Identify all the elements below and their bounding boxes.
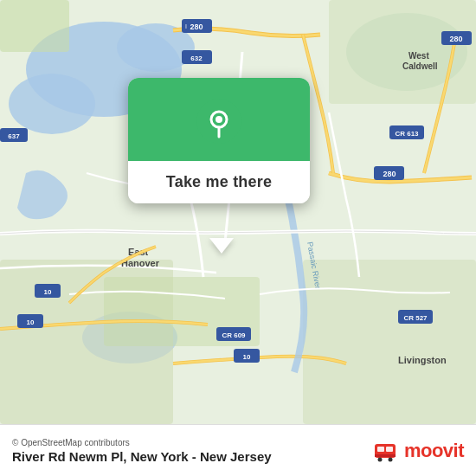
popup-card-bottom[interactable]: Take me there bbox=[128, 161, 310, 203]
map-container: 280 I 280 10 10 10 637 632 CR 613 bbox=[0, 0, 476, 424]
bottom-bar: © OpenStreetMap contributors River Rd Ne… bbox=[0, 424, 476, 476]
svg-rect-44 bbox=[377, 447, 384, 452]
map-svg: 280 I 280 10 10 10 637 632 CR 613 bbox=[0, 0, 476, 424]
svg-point-46 bbox=[377, 457, 382, 461]
moovit-logo: moovit bbox=[371, 437, 464, 465]
svg-rect-9 bbox=[303, 260, 476, 424]
location-name: River Rd Newm Pl, New York - New Jersey bbox=[12, 449, 272, 464]
svg-text:10: 10 bbox=[44, 288, 52, 296]
popup-tail bbox=[209, 238, 234, 254]
svg-text:280: 280 bbox=[190, 23, 203, 31]
svg-text:West: West bbox=[408, 51, 429, 61]
svg-text:Caldwell: Caldwell bbox=[402, 61, 438, 71]
svg-text:10: 10 bbox=[243, 353, 251, 361]
svg-text:632: 632 bbox=[190, 55, 203, 62]
take-me-there-button[interactable]: Take me there bbox=[166, 173, 272, 191]
svg-rect-48 bbox=[375, 454, 396, 457]
svg-rect-45 bbox=[386, 447, 393, 452]
svg-text:280: 280 bbox=[383, 170, 396, 178]
popup-card: Take me there bbox=[128, 78, 310, 203]
popup-card-top bbox=[128, 78, 310, 161]
svg-point-2 bbox=[9, 74, 95, 134]
moovit-text: moovit bbox=[404, 440, 464, 462]
svg-text:CR 609: CR 609 bbox=[222, 331, 246, 339]
svg-rect-6 bbox=[0, 0, 69, 52]
svg-text:Livingston: Livingston bbox=[398, 355, 447, 365]
moovit-icon bbox=[371, 437, 399, 465]
bottom-left: © OpenStreetMap contributors River Rd Ne… bbox=[12, 438, 272, 464]
svg-text:10: 10 bbox=[27, 318, 35, 326]
svg-text:637: 637 bbox=[8, 132, 20, 140]
svg-text:CR 613: CR 613 bbox=[395, 130, 419, 138]
svg-point-47 bbox=[388, 457, 392, 461]
svg-text:I: I bbox=[185, 23, 187, 29]
osm-attribution: © OpenStreetMap contributors bbox=[12, 438, 272, 447]
svg-text:CR 527: CR 527 bbox=[403, 314, 428, 322]
svg-text:280: 280 bbox=[449, 35, 462, 43]
svg-point-42 bbox=[215, 116, 222, 123]
location-pin-icon bbox=[196, 99, 241, 144]
